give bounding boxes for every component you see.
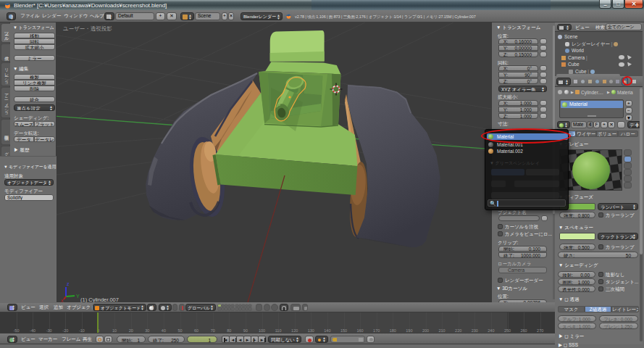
svg-text:(1) Cylinder.007: (1) Cylinder.007 bbox=[80, 297, 119, 302]
svg-text:z: z bbox=[67, 281, 70, 286]
svg-text:ユーザー・透視投影: ユーザー・透視投影 bbox=[63, 25, 112, 32]
svg-text:Y: Y bbox=[76, 294, 80, 299]
